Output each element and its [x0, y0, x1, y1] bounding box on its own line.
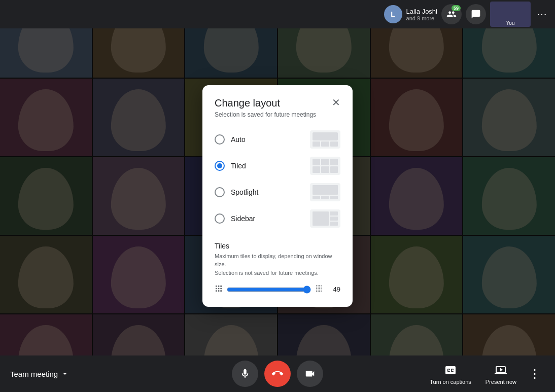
- tiles-section-title: Tiles: [215, 242, 340, 250]
- modal-header: Change layout ✕: [215, 97, 340, 109]
- layout-label-auto: Auto: [231, 135, 304, 144]
- tiles-slider[interactable]: [227, 286, 311, 294]
- layout-label-sidebar: Sidebar: [231, 215, 304, 223]
- radio-tiled-inner: [217, 163, 222, 168]
- slider-max-icon: [315, 284, 324, 295]
- slider-min-icon: [215, 284, 223, 294]
- layout-preview-spotlight: [310, 183, 340, 201]
- layout-option-spotlight[interactable]: Spotlight: [215, 179, 340, 205]
- change-layout-modal: Change layout ✕ Selection is saved for f…: [202, 85, 353, 307]
- radio-spotlight: [215, 187, 225, 197]
- layout-label-spotlight: Spotlight: [231, 188, 304, 196]
- tiles-section: Tiles Maximum tiles to display, dependin…: [215, 242, 340, 295]
- layout-option-sidebar[interactable]: Sidebar: [215, 205, 340, 232]
- modal-title: Change layout: [215, 97, 280, 109]
- layout-label-tiled: Tiled: [231, 162, 304, 170]
- layout-option-auto[interactable]: Auto: [215, 126, 340, 153]
- change-layout-modal-overlay: Change layout ✕ Selection is saved for f…: [0, 0, 555, 392]
- layout-preview-tiled: [310, 157, 340, 175]
- layout-preview-sidebar: [310, 209, 340, 228]
- slider-value: 49: [328, 286, 340, 293]
- slider-row: 49: [215, 284, 340, 295]
- radio-sidebar: [215, 213, 225, 224]
- modal-subtitle: Selection is saved for future meetings: [215, 111, 340, 118]
- radio-auto: [215, 134, 225, 145]
- radio-tiled: [215, 161, 225, 171]
- modal-close-button[interactable]: ✕: [332, 97, 340, 108]
- tiles-section-description: Maximum tiles to display, depending on w…: [215, 252, 340, 277]
- layout-preview-auto: [310, 130, 340, 149]
- layout-option-tiled[interactable]: Tiled: [215, 153, 340, 179]
